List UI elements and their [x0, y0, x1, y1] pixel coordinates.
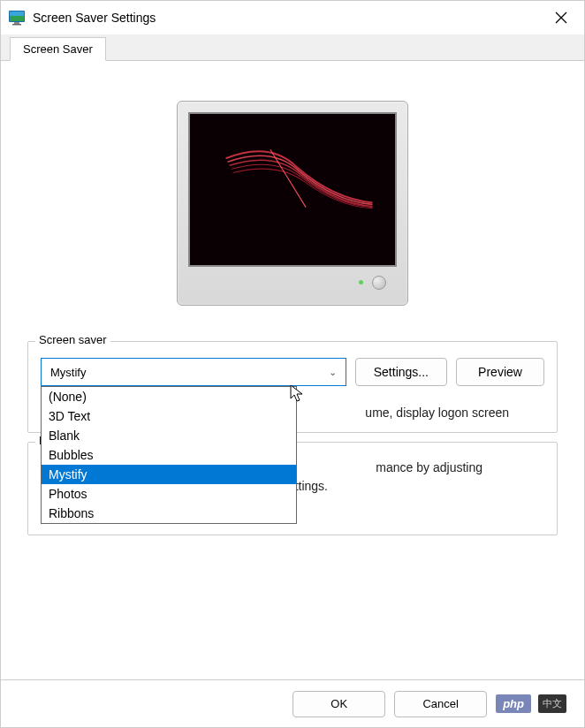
monitor-base: [188, 267, 397, 298]
settings-button[interactable]: Settings...: [355, 358, 447, 386]
mystify-visual-icon: [190, 114, 395, 265]
tabstrip: Screen Saver: [1, 34, 584, 61]
chevron-down-icon: ⌄: [329, 367, 337, 378]
dropdown-item-none[interactable]: (None): [42, 387, 296, 406]
ok-button[interactable]: OK: [292, 691, 385, 717]
svg-rect-4: [12, 24, 21, 26]
button-bar: OK Cancel php 中文: [1, 679, 584, 727]
dropdown-item-mystify[interactable]: Mystify: [42, 465, 296, 484]
dropdown-item-photos[interactable]: Photos: [42, 484, 296, 504]
monitor-power-icon: [372, 276, 386, 290]
window-title: Screen Saver Settings: [33, 11, 547, 25]
content-area: Screen saver Mystify ⌄ Settings... Previ…: [1, 61, 584, 679]
svg-rect-2: [10, 11, 24, 16]
close-button[interactable]: [547, 4, 575, 32]
close-icon: [555, 11, 567, 24]
preview-button[interactable]: Preview: [456, 358, 544, 386]
app-icon: [8, 9, 26, 27]
titlebar: Screen Saver Settings: [1, 1, 584, 34]
monitor-screen: [188, 112, 397, 267]
cn-badge: 中文: [538, 694, 566, 713]
monitor-preview: [27, 101, 558, 306]
screensaver-group-label: Screen saver: [35, 333, 110, 346]
cancel-button[interactable]: Cancel: [394, 691, 487, 717]
power-led-icon: [359, 280, 363, 284]
dropdown-item-blank[interactable]: Blank: [42, 426, 296, 445]
dropdown-item-ribbons[interactable]: Ribbons: [42, 504, 296, 523]
php-badge: php: [496, 694, 531, 713]
combobox-value: Mystify: [50, 366, 86, 379]
svg-rect-3: [14, 22, 19, 24]
screensaver-fieldset: Screen saver Mystify ⌄ Settings... Previ…: [27, 341, 558, 433]
tab-screen-saver[interactable]: Screen Saver: [10, 37, 106, 61]
dropdown-item-bubbles[interactable]: Bubbles: [42, 445, 296, 465]
monitor-frame: [177, 101, 408, 306]
screensaver-combobox[interactable]: Mystify ⌄: [41, 358, 346, 386]
dropdown-item-3dtext[interactable]: 3D Text: [42, 406, 296, 426]
screensaver-settings-window: Screen Saver Settings Screen Saver: [0, 0, 585, 728]
screensaver-dropdown-list: (None) 3D Text Blank Bubbles Mystify Pho…: [41, 386, 297, 524]
